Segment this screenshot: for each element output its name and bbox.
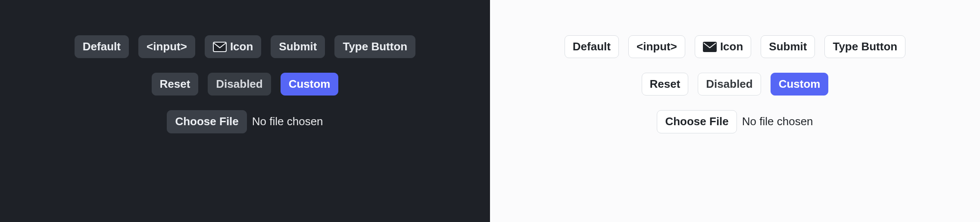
- disabled-button: Disabled: [698, 73, 761, 96]
- submit-button[interactable]: Submit: [271, 35, 325, 58]
- input-button[interactable]: <input>: [628, 35, 685, 58]
- button-row-2: Reset Disabled Custom: [642, 73, 829, 96]
- file-status-label: No file chosen: [252, 115, 323, 128]
- file-status-label: No file chosen: [742, 115, 813, 128]
- type-button[interactable]: Type Button: [824, 35, 905, 58]
- file-input-row: Choose File No file chosen: [657, 110, 813, 133]
- choose-file-button[interactable]: Choose File: [167, 110, 247, 133]
- button-row-1: Default <input> Icon Submit Type Button: [565, 35, 905, 58]
- reset-button[interactable]: Reset: [642, 73, 689, 96]
- choose-file-button[interactable]: Choose File: [657, 110, 737, 133]
- input-button[interactable]: <input>: [138, 35, 195, 58]
- button-row-1: Default <input> Icon Submit Type Button: [75, 35, 415, 58]
- mail-icon: [703, 42, 717, 52]
- file-input-row: Choose File No file chosen: [167, 110, 323, 133]
- icon-button-label: Icon: [720, 40, 743, 53]
- mail-icon: [213, 42, 227, 52]
- submit-button[interactable]: Submit: [761, 35, 815, 58]
- icon-button-label: Icon: [230, 40, 253, 53]
- default-button[interactable]: Default: [565, 35, 619, 58]
- default-button[interactable]: Default: [75, 35, 129, 58]
- svg-rect-1: [703, 42, 717, 52]
- custom-button[interactable]: Custom: [771, 73, 829, 96]
- type-button[interactable]: Type Button: [334, 35, 415, 58]
- light-theme-panel: Default <input> Icon Submit Type Button …: [490, 0, 980, 222]
- svg-rect-0: [213, 42, 226, 52]
- icon-button[interactable]: Icon: [695, 35, 751, 58]
- dark-theme-panel: Default <input> Icon Submit Type Button …: [0, 0, 490, 222]
- icon-button[interactable]: Icon: [205, 35, 261, 58]
- reset-button[interactable]: Reset: [152, 73, 199, 96]
- disabled-button: Disabled: [208, 73, 271, 96]
- custom-button[interactable]: Custom: [281, 73, 339, 96]
- button-row-2: Reset Disabled Custom: [152, 73, 339, 96]
